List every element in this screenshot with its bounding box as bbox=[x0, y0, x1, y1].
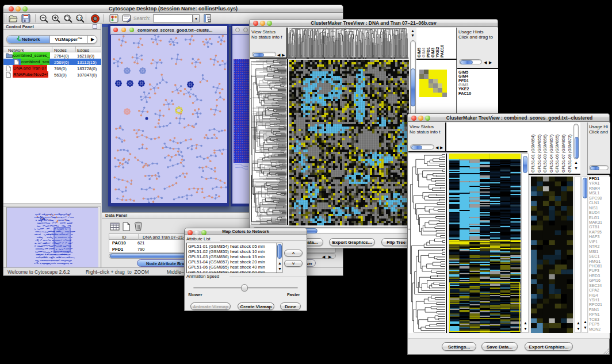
svg-text:GPL51-07 (GSM868): GPL51-07 (GSM868) bbox=[561, 135, 566, 173]
svg-text:GIM3: GIM3 bbox=[431, 48, 435, 58]
svg-text:GPL51-02 (GSM855): GPL51-02 (GSM855) bbox=[537, 135, 542, 173]
svg-text:GPL51-08 (GSM872): GPL51-08 (GSM872) bbox=[568, 135, 572, 173]
svg-text:YKE2: YKE2 bbox=[435, 47, 439, 58]
svg-text:GIM5: GIM5 bbox=[417, 48, 421, 58]
svg-text:GPL51-04 (GSM857): GPL51-04 (GSM857) bbox=[549, 135, 554, 173]
svg-text:GPL51-03 (GSM856): GPL51-03 (GSM856) bbox=[543, 135, 548, 173]
svg-text:PAC10: PAC10 bbox=[440, 45, 444, 58]
svg-text:1:1: 1:1 bbox=[77, 17, 82, 20]
svg-text:GPL51-01 (GSM854): GPL51-01 (GSM854) bbox=[531, 135, 536, 173]
svg-text:GPL51-06 (GSM865): GPL51-06 (GSM865) bbox=[555, 135, 560, 173]
svg-text:GIM4: GIM4 bbox=[422, 48, 426, 58]
svg-text:PFD1: PFD1 bbox=[426, 47, 430, 58]
